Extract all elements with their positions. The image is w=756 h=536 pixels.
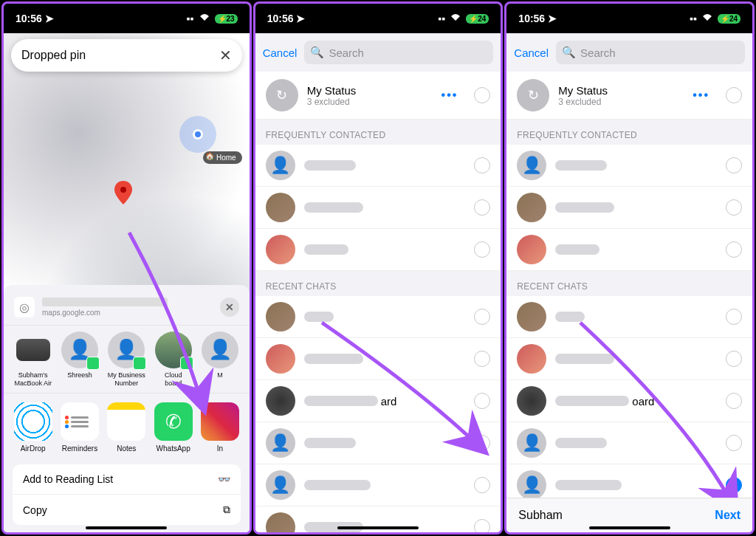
clear-icon[interactable]: ✕ (219, 47, 232, 64)
phone-screen-2: 10:56➤ ▪▪⚡24 Cancel 🔍 Search ↻ My Status… (253, 1, 504, 535)
select-radio[interactable] (726, 393, 742, 409)
share-contact[interactable]: Cloud board (153, 331, 193, 387)
select-radio[interactable] (726, 157, 742, 173)
contact-row[interactable]: oard (506, 380, 752, 422)
share-contact[interactable]: Subham's MacBook Air (13, 331, 53, 387)
select-radio[interactable]: ✓ (726, 477, 742, 493)
contact-row[interactable]: 👤 (255, 464, 501, 506)
status-time: 10:56 (518, 13, 545, 24)
select-radio[interactable] (726, 241, 742, 258)
svg-point-0 (120, 187, 126, 193)
cancel-button[interactable]: Cancel (263, 47, 298, 59)
copy-action[interactable]: Copy⧉ (13, 495, 241, 525)
location-icon: ➤ (45, 13, 54, 24)
battery-pill: ⚡24 (718, 14, 740, 24)
whatsapp-app[interactable]: ✆WhatsApp (153, 402, 193, 453)
contact-row[interactable] (255, 338, 501, 380)
share-source-url: maps.google.com (42, 309, 213, 317)
signal-icon: ▪▪ (187, 13, 194, 24)
notes-app[interactable]: Notes (106, 402, 147, 453)
share-title-blurred (42, 298, 168, 306)
wa-search-box[interactable]: 🔍 Search (556, 41, 745, 64)
contact-row[interactable]: ard (255, 380, 501, 422)
status-title: My Status (307, 84, 433, 97)
reminders-app[interactable]: Reminders (59, 402, 100, 453)
search-icon: 🔍 (562, 46, 576, 59)
safari-icon: ◎ (14, 297, 35, 317)
map-search-input[interactable] (21, 49, 219, 62)
select-radio[interactable] (726, 87, 742, 103)
my-status-row[interactable]: ↻ My Status3 excluded ••• (255, 72, 501, 120)
next-button[interactable]: Next (715, 509, 740, 522)
close-icon[interactable]: ✕ (220, 298, 239, 317)
contact-row[interactable] (506, 338, 752, 380)
share-sheet: ◎ maps.google.com ✕ Subham's MacBook Air… (4, 285, 250, 532)
more-icon[interactable]: ••• (441, 89, 458, 102)
select-radio[interactable] (726, 351, 742, 367)
select-radio[interactable] (474, 309, 490, 325)
select-radio[interactable] (474, 351, 490, 367)
share-apps-row: AirDrop Reminders Notes ✆WhatsApp In (4, 393, 250, 461)
contact-row[interactable] (506, 187, 752, 229)
contact-row[interactable] (506, 229, 752, 271)
wa-search-placeholder: Search (580, 47, 616, 59)
status-subtitle: 3 excluded (558, 97, 684, 107)
more-icon[interactable]: ••• (693, 89, 709, 102)
select-radio[interactable] (474, 393, 490, 409)
section-recent: Recent Chats (506, 271, 752, 296)
search-icon: 🔍 (310, 46, 324, 59)
home-pin-label[interactable]: Home (203, 151, 242, 164)
wa-search-box[interactable]: 🔍 Search (304, 41, 493, 64)
phone-screen-1: 10:56 ➤ ▪▪ ⚡23 ✕ Home ◎ maps.google.com (1, 1, 252, 535)
select-radio[interactable] (474, 241, 490, 258)
add-reading-list-action[interactable]: Add to Reading List👓 (13, 464, 241, 495)
select-radio[interactable] (474, 477, 490, 493)
wa-header: Cancel 🔍 Search (255, 33, 501, 72)
section-frequently: Frequently Contacted (255, 120, 501, 145)
glasses-icon: 👓 (218, 473, 230, 485)
home-indicator (337, 526, 419, 529)
wa-search-placeholder: Search (329, 47, 364, 59)
share-contact[interactable]: 👤My Business Number (106, 331, 147, 387)
status-bar: 10:56 ➤ ▪▪ ⚡23 (4, 4, 250, 33)
select-radio[interactable] (474, 199, 490, 216)
my-status-row[interactable]: ↻ My Status3 excluded ••• (506, 72, 752, 120)
share-contact[interactable]: 👤M (199, 331, 240, 387)
cancel-button[interactable]: Cancel (514, 47, 549, 59)
status-bar: 10:56➤ ▪▪⚡24 (506, 4, 752, 33)
contact-row[interactable]: 👤 (255, 422, 501, 464)
status-time: 10:56 (16, 13, 42, 24)
instagram-app[interactable]: In (199, 402, 240, 453)
home-indicator (86, 526, 167, 529)
wifi-icon (450, 13, 461, 24)
section-recent: Recent Chats (255, 271, 501, 296)
contact-row[interactable] (255, 187, 501, 229)
airdrop-app[interactable]: AirDrop (13, 402, 53, 453)
map-view[interactable]: ✕ Home ◎ maps.google.com ✕ Subham's MacB… (4, 33, 250, 532)
select-radio[interactable] (474, 87, 490, 103)
section-frequently: Frequently Contacted (506, 120, 752, 145)
wa-body[interactable]: ↻ My Status3 excluded ••• Frequently Con… (506, 72, 752, 498)
contact-row[interactable] (506, 296, 752, 338)
select-radio[interactable] (726, 435, 742, 451)
dropped-pin-icon[interactable] (114, 181, 132, 210)
signal-icon: ▪▪ (690, 13, 697, 24)
select-radio[interactable] (474, 435, 490, 451)
map-search-box[interactable]: ✕ (11, 39, 242, 72)
contact-row[interactable]: 👤✓ (506, 464, 752, 498)
select-radio[interactable] (474, 519, 490, 532)
contact-row[interactable]: 👤 (506, 422, 752, 464)
share-contact[interactable]: 👤Shreesh (59, 331, 100, 387)
share-contacts-row: Subham's MacBook Air 👤Shreesh 👤My Busine… (4, 325, 250, 393)
copy-icon: ⧉ (223, 504, 230, 516)
contact-row[interactable]: 👤 (506, 145, 752, 187)
location-icon: ➤ (548, 13, 557, 24)
status-subtitle: 3 excluded (307, 97, 433, 107)
wa-body[interactable]: ↻ My Status3 excluded ••• Frequently Con… (255, 72, 501, 532)
select-radio[interactable] (726, 199, 742, 216)
select-radio[interactable] (726, 309, 742, 325)
contact-row[interactable] (255, 296, 501, 338)
contact-row[interactable] (255, 229, 501, 271)
contact-row[interactable]: 👤 (255, 145, 501, 187)
select-radio[interactable] (474, 157, 490, 173)
